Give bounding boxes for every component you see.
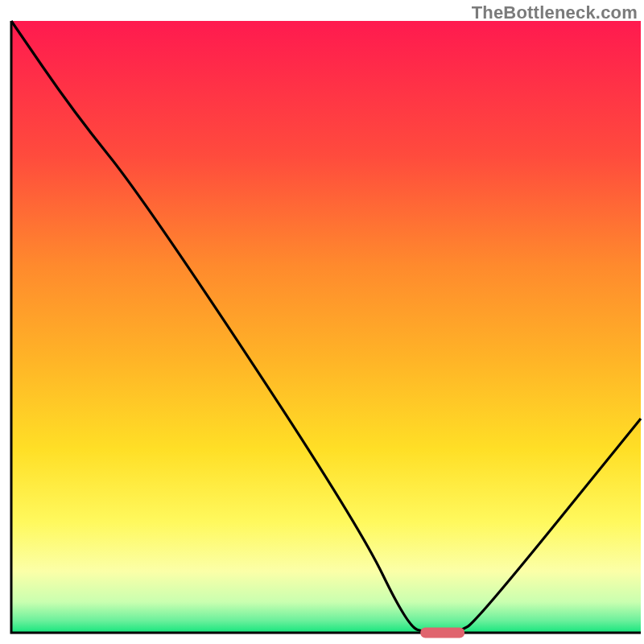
- chart-container: TheBottleneck.com: [0, 0, 644, 644]
- optimal-marker: [420, 628, 464, 638]
- plot-background: [11, 21, 641, 633]
- bottleneck-chart: [0, 0, 644, 644]
